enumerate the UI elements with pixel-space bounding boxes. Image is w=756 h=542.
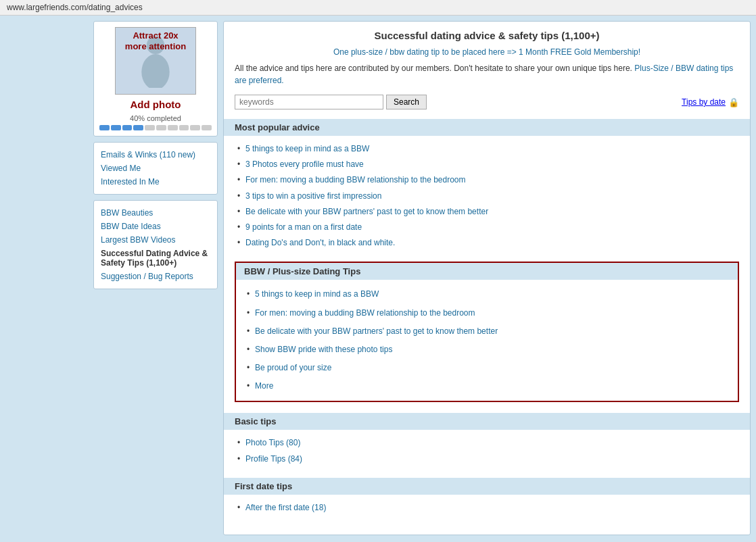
advice-link-4[interactable]: 3 tips to win a positive first impressio… bbox=[245, 191, 381, 201]
list-item: 5 things to keep in mind as a BBW bbox=[235, 141, 739, 157]
sidebar-item-dating-advice[interactable]: Successful Dating Advice & Safety Tips (… bbox=[101, 247, 210, 270]
bbw-link-2[interactable]: For men: moving a budding BBW relationsh… bbox=[255, 308, 475, 318]
attract-text: Attract 20x more attention bbox=[116, 30, 195, 51]
list-item: 3 Photos every profile must have bbox=[235, 157, 739, 172]
list-item: Be delicate with your BBW partners' past… bbox=[235, 204, 739, 220]
most-popular-header: Most popular advice bbox=[224, 119, 750, 136]
advice-link-5[interactable]: Be delicate with your BBW partners' past… bbox=[245, 207, 488, 216]
search-left: Search bbox=[235, 95, 427, 109]
basic-tips-list: Photo Tips (80) Profile Tips (84) bbox=[235, 435, 739, 466]
url-bar: www.largefriends.com/dating_advices bbox=[7, 3, 143, 12]
main-content: Successful dating advice & safety tips (… bbox=[223, 21, 751, 535]
sidebar-panel: Attract 20x more attention Add photo 40%… bbox=[88, 16, 223, 541]
list-item: Photo Tips (80) bbox=[235, 435, 739, 451]
sidebar-item-suggestion[interactable]: Suggestion / Bug Reports bbox=[101, 270, 210, 283]
progress-text: 40% completed bbox=[99, 114, 212, 122]
dot-3 bbox=[122, 125, 133, 130]
profile-tips-link[interactable]: Profile Tips (84) bbox=[245, 454, 302, 464]
bbw-link-4[interactable]: Show BBW pride with these photo tips bbox=[255, 345, 392, 354]
first-date-list: After the first date (18) bbox=[235, 500, 739, 516]
bbw-header: BBW / Plus-size Dating Tips bbox=[236, 263, 738, 280]
progress-dots bbox=[99, 125, 212, 130]
first-date-section: First date tips After the first date (18… bbox=[235, 478, 739, 516]
left-spacer bbox=[0, 16, 88, 541]
list-item: Be proud of your size bbox=[244, 359, 730, 377]
dot-5 bbox=[145, 125, 155, 130]
sidebar-item-largest-bbw-videos[interactable]: Largest BBW Videos bbox=[101, 233, 210, 247]
dot-6 bbox=[156, 125, 166, 130]
emails-count: (110 new) bbox=[160, 150, 195, 159]
interested-in-me-link[interactable]: Interested In Me bbox=[101, 175, 210, 189]
bbw-link-more[interactable]: More bbox=[255, 381, 273, 391]
sidebar-item-bbw-beauties[interactable]: BBW Beauties bbox=[101, 206, 210, 220]
list-item: 5 things to keep in mind as a BBW bbox=[244, 285, 730, 303]
list-item: Dating Do's and Don't, in black and whit… bbox=[235, 235, 739, 251]
profile-tips-count: (84) bbox=[288, 454, 302, 464]
dot-1 bbox=[99, 125, 110, 130]
list-item: More bbox=[244, 377, 730, 395]
dot-4 bbox=[133, 125, 143, 130]
list-item: Profile Tips (84) bbox=[235, 451, 739, 467]
basic-tips-header: Basic tips bbox=[224, 413, 750, 430]
dot-9 bbox=[190, 125, 200, 130]
photo-tips-count: (80) bbox=[286, 438, 300, 447]
dot-10 bbox=[202, 125, 212, 130]
list-item: After the first date (18) bbox=[235, 500, 739, 516]
bbw-section: BBW / Plus-size Dating Tips 5 things to … bbox=[235, 262, 739, 402]
intro-text: All the advice and tips here are contrib… bbox=[235, 62, 739, 87]
after-first-date-count: (18) bbox=[312, 503, 326, 512]
nav-box-2: BBW Beauties BBW Date Ideas Largest BBW … bbox=[93, 200, 218, 289]
list-item: Show BBW pride with these photo tips bbox=[244, 341, 730, 359]
nav-box-1: Emails & Winks (110 new) Viewed Me Inter… bbox=[93, 142, 218, 195]
list-item: 9 points for a man on a first date bbox=[235, 220, 739, 235]
search-button[interactable]: Search bbox=[386, 95, 427, 109]
profile-image-area: Attract 20x more attention bbox=[115, 27, 196, 95]
list-item: 3 tips to win a positive first impressio… bbox=[235, 189, 739, 204]
list-item: Be delicate with your BBW partners' past… bbox=[244, 322, 730, 341]
dot-2 bbox=[111, 125, 121, 130]
promo-section: One plus-size / bbw dating tip to be pla… bbox=[235, 47, 739, 57]
advice-link-7[interactable]: Dating Do's and Don't, in black and whit… bbox=[245, 238, 395, 247]
bbw-list: 5 things to keep in mind as a BBW For me… bbox=[244, 285, 730, 395]
basic-tips-section: Basic tips Photo Tips (80) Profile Tips … bbox=[235, 413, 739, 466]
advice-link-6[interactable]: 9 points for a man on a first date bbox=[245, 222, 362, 232]
tips-by-date: Tips by date 🔒 bbox=[682, 97, 739, 107]
most-popular-list: 5 things to keep in mind as a BBW 3 Phot… bbox=[235, 141, 739, 251]
bbw-link-3[interactable]: Be delicate with your BBW partners' past… bbox=[255, 326, 498, 336]
dot-8 bbox=[179, 125, 189, 130]
after-first-date-link[interactable]: After the first date (18) bbox=[245, 503, 326, 512]
emails-winks-link[interactable]: Emails & Winks (110 new) bbox=[101, 148, 210, 162]
search-input[interactable] bbox=[235, 95, 383, 109]
dot-7 bbox=[168, 125, 178, 130]
bbw-link-1[interactable]: 5 things to keep in mind as a BBW bbox=[255, 289, 379, 299]
photo-tips-link[interactable]: Photo Tips (80) bbox=[245, 438, 300, 447]
advice-link-1[interactable]: 5 things to keep in mind as a BBW bbox=[245, 144, 369, 153]
most-popular-section: Most popular advice 5 things to keep in … bbox=[235, 119, 739, 251]
viewed-me-link[interactable]: Viewed Me bbox=[101, 162, 210, 175]
emails-winks-label: Emails & Winks bbox=[101, 150, 157, 159]
search-row: Search Tips by date 🔒 bbox=[235, 95, 739, 109]
tips-by-date-link[interactable]: Tips by date bbox=[682, 97, 726, 107]
list-item: For men: moving a budding BBW relationsh… bbox=[244, 304, 730, 322]
bbw-link-5[interactable]: Be proud of your size bbox=[255, 363, 331, 372]
advice-link-2[interactable]: 3 Photos every profile must have bbox=[245, 159, 364, 169]
profile-box: Attract 20x more attention Add photo 40%… bbox=[93, 21, 218, 137]
page-title: Successful dating advice & safety tips (… bbox=[235, 30, 739, 41]
svg-point-1 bbox=[141, 54, 169, 88]
add-photo-link[interactable]: Add photo bbox=[99, 99, 212, 110]
promo-link[interactable]: One plus-size / bbw dating tip to be pla… bbox=[333, 47, 640, 57]
lock-icon: 🔒 bbox=[728, 97, 739, 107]
first-date-header: First date tips bbox=[224, 478, 750, 495]
list-item: For men: moving a budding BBW relationsh… bbox=[235, 172, 739, 188]
sidebar-item-bbw-date-ideas[interactable]: BBW Date Ideas bbox=[101, 220, 210, 233]
browser-bar: www.largefriends.com/dating_advices bbox=[0, 0, 756, 16]
advice-link-3[interactable]: For men: moving a budding BBW relationsh… bbox=[245, 175, 466, 184]
